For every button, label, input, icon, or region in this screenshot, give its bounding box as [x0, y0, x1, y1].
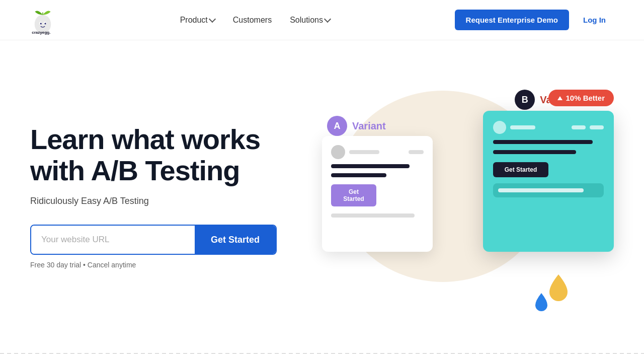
fine-print: Free 30 day trial • Cancel anytime — [30, 261, 292, 269]
variant-a-card: Get Started — [322, 136, 433, 252]
logo[interactable]: crazyegg. — [30, 5, 55, 35]
card-a-bar-1 — [349, 150, 379, 154]
badge-a-circle: A — [327, 116, 347, 136]
hero-title-line1: Learn what works — [30, 123, 260, 155]
solutions-chevron-icon — [324, 16, 331, 23]
nav-customers[interactable]: Customers — [226, 12, 279, 29]
card-a-footer-bar — [331, 214, 415, 218]
card-a-avatar — [331, 145, 345, 159]
logo-icon: crazyegg. — [30, 5, 55, 35]
card-b-title-bar — [493, 140, 593, 144]
card-b-bar-3 — [590, 125, 604, 129]
svg-point-5 — [44, 23, 46, 24]
navbar: crazyegg. Product Customers Solutions Re… — [0, 0, 644, 40]
website-url-input[interactable] — [31, 226, 195, 254]
svg-text:crazyegg.: crazyegg. — [32, 30, 50, 34]
ab-test-illustration: A Variant Get Started B Variant — [312, 76, 614, 317]
nav-product[interactable]: Product — [173, 12, 222, 29]
hero-title: Learn what works with A/B Testing — [30, 124, 292, 186]
hero-title-line2: with A/B Testing — [30, 155, 239, 186]
nav-solutions-label: Solutions — [290, 16, 323, 25]
card-a-header — [331, 145, 424, 159]
variant-b-cta-button[interactable]: Get Started — [493, 162, 548, 177]
hero-left: Learn what works with A/B Testing Ridicu… — [30, 124, 292, 269]
hero-subtitle: Ridiculously Easy A/B Testing — [30, 196, 292, 206]
badge-a-letter: A — [334, 121, 341, 131]
card-a-subtitle-bar — [331, 173, 386, 177]
variant-a-badge: A Variant — [327, 116, 386, 136]
nav-customers-label: Customers — [233, 16, 272, 25]
better-pill-label: 10% Better — [566, 94, 605, 102]
nav-product-label: Product — [180, 16, 208, 25]
svg-point-4 — [40, 23, 42, 24]
card-b-subtitle-bar — [493, 150, 576, 154]
login-button[interactable]: Log In — [575, 10, 614, 30]
arrow-up-icon — [557, 96, 562, 100]
card-b-bar-1 — [510, 125, 535, 129]
better-pill: 10% Better — [548, 90, 614, 106]
card-b-footer-bar — [498, 188, 584, 192]
variant-a-cta-button[interactable]: Get Started — [331, 184, 376, 206]
hero-form: Get Started — [30, 225, 277, 255]
card-b-bar-2 — [572, 125, 586, 129]
hero-section: Learn what works with A/B Testing Ridicu… — [0, 40, 644, 342]
variant-b-card: Get Started — [483, 111, 614, 252]
badge-b-letter: B — [522, 95, 528, 105]
card-a-title-bar — [331, 164, 410, 168]
enterprise-demo-button[interactable]: Request Enterprise Demo — [455, 10, 569, 30]
card-a-bar-2 — [409, 150, 424, 154]
blue-drop-icon — [534, 293, 548, 312]
yellow-drop-icon — [548, 274, 569, 302]
product-chevron-icon — [209, 16, 216, 23]
nav-solutions[interactable]: Solutions — [283, 12, 337, 29]
card-b-avatar — [493, 121, 506, 134]
badge-b-circle: B — [515, 90, 535, 110]
variant-a-label: Variant — [352, 120, 386, 132]
card-b-footer — [493, 183, 604, 197]
get-started-button[interactable]: Get Started — [195, 226, 276, 254]
nav-links: Product Customers Solutions — [173, 12, 337, 29]
card-b-header — [493, 121, 604, 134]
nav-cta-group: Request Enterprise Demo Log In — [455, 10, 614, 30]
